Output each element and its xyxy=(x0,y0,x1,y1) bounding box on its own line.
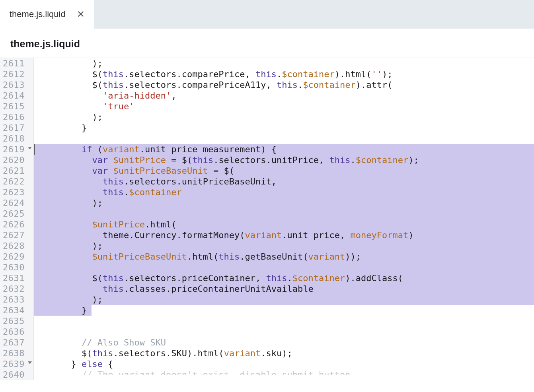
code-line[interactable]: $(this.selectors.SKU).html(variant.sku); xyxy=(39,348,534,359)
line-number: 2624 xyxy=(0,198,25,208)
line-number: 2617 xyxy=(0,122,25,133)
file-name: theme.js.liquid xyxy=(10,38,80,49)
text-cursor xyxy=(34,144,35,155)
tab-title: theme.js.liquid xyxy=(10,9,66,19)
fold-icon[interactable] xyxy=(28,147,32,149)
code-line[interactable]: var $unitPriceBaseUnit = $( xyxy=(39,165,534,176)
code-line[interactable]: this.selectors.unitPriceBaseUnit, xyxy=(39,176,534,187)
line-number: 2633 xyxy=(0,294,25,305)
code-line[interactable]: ); xyxy=(39,198,534,208)
line-number: 2616 xyxy=(0,112,25,122)
code-line[interactable] xyxy=(39,208,534,219)
code-line[interactable]: } xyxy=(39,122,534,133)
code-line[interactable] xyxy=(39,326,534,337)
line-number: 2623 xyxy=(0,187,25,198)
line-number: 2628 xyxy=(0,241,25,251)
line-number: 2640 xyxy=(0,369,25,380)
code-line[interactable]: this.classes.priceContainerUnitAvailable xyxy=(39,283,534,294)
line-gutter: 2611261226132614261526162617261826192620… xyxy=(0,58,34,380)
line-number: 2630 xyxy=(0,262,25,273)
line-number: 2626 xyxy=(0,219,25,230)
code-line[interactable]: 'true' xyxy=(39,101,534,112)
line-number: 2639 xyxy=(0,359,25,369)
code-line[interactable]: ); xyxy=(39,58,534,69)
code-line[interactable]: $(this.selectors.comparePrice, this.$con… xyxy=(39,69,534,80)
code-line[interactable]: } else { xyxy=(39,359,534,369)
code-line[interactable]: 'aria-hidden', xyxy=(39,90,534,101)
code-line[interactable]: // Also Show SKU xyxy=(39,337,534,348)
code-line[interactable]: if (variant.unit_price_measurement) { xyxy=(39,144,534,155)
line-number: 2615 xyxy=(0,101,25,112)
file-header: theme.js.liquid xyxy=(0,29,534,58)
line-number: 2629 xyxy=(0,251,25,262)
code-line[interactable]: $unitPriceBaseUnit.html(this.getBaseUnit… xyxy=(39,251,534,262)
file-tab[interactable]: theme.js.liquid ✕ xyxy=(0,0,94,29)
line-number: 2637 xyxy=(0,337,25,348)
line-number: 2619 xyxy=(0,144,25,155)
line-number: 2614 xyxy=(0,90,25,101)
code-line[interactable] xyxy=(39,133,534,144)
code-line[interactable] xyxy=(39,262,534,273)
line-number: 2618 xyxy=(0,133,25,144)
line-number: 2621 xyxy=(0,165,25,176)
code-area[interactable]: ); $(this.selectors.comparePrice, this.$… xyxy=(34,58,534,380)
code-line[interactable]: this.$container xyxy=(39,187,534,198)
code-line[interactable]: $unitPrice.html( xyxy=(39,219,534,230)
code-line[interactable]: theme.Currency.formatMoney(variant.unit_… xyxy=(39,230,534,241)
line-number: 2612 xyxy=(0,69,25,80)
line-number: 2632 xyxy=(0,283,25,294)
code-line[interactable]: $(this.selectors.comparePriceA11y, this.… xyxy=(39,80,534,90)
code-line[interactable]: } xyxy=(39,305,534,316)
tab-bar: theme.js.liquid ✕ xyxy=(0,0,534,29)
line-number: 2613 xyxy=(0,80,25,90)
fold-icon[interactable] xyxy=(28,361,32,364)
line-number: 2622 xyxy=(0,176,25,187)
code-editor[interactable]: 2611261226132614261526162617261826192620… xyxy=(0,58,534,380)
line-number: 2636 xyxy=(0,326,25,337)
code-line[interactable]: ); xyxy=(39,294,534,305)
line-number: 2627 xyxy=(0,230,25,241)
code-line[interactable]: // The variant doesn't exist, disable su… xyxy=(39,369,534,375)
line-number: 2625 xyxy=(0,208,25,219)
line-number: 2620 xyxy=(0,155,25,165)
line-number: 2635 xyxy=(0,316,25,326)
line-number: 2611 xyxy=(0,58,25,69)
line-number: 2631 xyxy=(0,273,25,283)
line-number: 2634 xyxy=(0,305,25,316)
code-line[interactable]: $(this.selectors.priceContainer, this.$c… xyxy=(39,273,534,283)
code-line[interactable]: var $unitPrice = $(this.selectors.unitPr… xyxy=(39,155,534,165)
line-number: 2638 xyxy=(0,348,25,359)
code-line[interactable]: ); xyxy=(39,241,534,251)
code-line[interactable]: ); xyxy=(39,112,534,122)
code-line[interactable] xyxy=(39,316,534,326)
close-icon[interactable]: ✕ xyxy=(77,10,85,19)
